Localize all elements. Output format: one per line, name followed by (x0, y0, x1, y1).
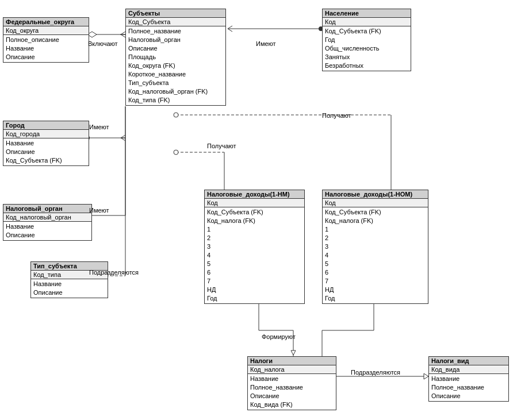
entity-header-naselenije: Население (323, 9, 411, 18)
entity-header-nalogi: Налоги (248, 357, 336, 365)
entity-fields-nalogoviy-organ: Название Описание (3, 222, 91, 240)
entity-fields-subiekty: Полное_название Налоговый_орган Описание… (126, 26, 225, 105)
entity-subiekty: Субъекты Код_Субъекта Полное_название На… (125, 9, 226, 106)
entity-fields-nalogovie-dohody-1nm: Код_Субъекта (FK) Код_налога (FK) 1 2 3 … (205, 207, 304, 303)
entity-fields-tip-subiekta: Название Описание (31, 279, 108, 298)
label-imeyut-gor: Имеют (89, 124, 109, 130)
label-podrazdelyayutsya-tip: Подразделяются (89, 269, 139, 276)
label-formiruyut: Формируют (262, 333, 296, 340)
entity-tip-subiekta: Тип_субъекта Код_типа Название Описание (30, 261, 108, 298)
entity-nalogovie-dohody-1nom: Налоговые_доходы(1-НОМ) Код Код_Субъекта… (322, 190, 428, 304)
entity-nalogovie-dohody-1nm: Налоговые_доходы(1-НМ) Код Код_Субъекта … (204, 190, 305, 304)
entity-fields-nalogi-vid: Название Полное_название Описание (429, 374, 508, 401)
entity-pk-nalogovie-dohody-1nm: Код (205, 199, 304, 207)
entity-federalnie-okruga: Федеральные_округа Код_округа Полное_опи… (3, 17, 89, 63)
label-vkluychayut: Включают (88, 40, 118, 47)
entity-pk-nalogi-vid: Код_вида (429, 365, 508, 374)
svg-line-2 (121, 32, 125, 34)
svg-line-7 (228, 29, 232, 32)
entity-pk-gorod: Код_города (3, 130, 89, 138)
svg-line-11 (121, 135, 125, 138)
entity-pk-nalogoviy-organ: Код_налоговый_орган (3, 213, 91, 222)
entity-pk-nalogi: Код_налога (248, 365, 336, 374)
label-podrazdelyayutsya-nal: Подразделяются (351, 369, 400, 376)
entity-gorod: Город Код_города Название Описание Код_С… (3, 121, 89, 166)
entity-header-nalogovie-dohody-1nm: Налоговые_доходы(1-НМ) (205, 190, 304, 199)
svg-marker-40 (424, 373, 428, 379)
entity-pk-nalogovie-dohody-1nom: Код (323, 199, 428, 207)
svg-marker-33 (291, 350, 296, 355)
entity-header-federalnie-okruga: Федеральные_округа (3, 18, 89, 26)
entity-nalogi: Налоги Код_налога Название Полное_назван… (247, 356, 336, 410)
entity-fields-naselenije: Код_Субъекта (FK) Год Общ_численность За… (323, 26, 411, 71)
svg-point-20 (174, 113, 178, 117)
entity-fields-nalogovie-dohody-1nom: Код_Субъекта (FK) Код_налога (FK) 1 2 3 … (323, 207, 428, 303)
label-poluchayut1: Получают (322, 112, 351, 119)
label-poluchayut2: Получают (207, 142, 236, 149)
entity-header-nalogoviy-organ: Налоговый_орган (3, 205, 91, 213)
entity-fields-nalogi: Название Полное_название Описание Код_ви… (248, 374, 336, 410)
entity-pk-subiekty: Код_Субъекта (126, 18, 225, 26)
diagram-container: Федеральные_округа Код_округа Полное_опи… (0, 0, 517, 420)
entity-header-subiekty: Субъекты (126, 9, 225, 18)
label-imeyut-nal: Имеют (89, 207, 109, 214)
entity-header-nalogovie-dohody-1nom: Налоговые_доходы(1-НОМ) (323, 190, 428, 199)
svg-line-12 (121, 138, 125, 141)
entity-naselenije: Население Код Код_Субъекта (FK) Год Общ_… (322, 9, 411, 71)
entity-header-nalogi-vid: Налоги_вид (429, 357, 508, 365)
svg-point-17 (174, 150, 178, 155)
entity-nalogoviy-organ: Налоговый_орган Код_налоговый_орган Назв… (3, 204, 92, 241)
entity-header-gorod: Город (3, 121, 89, 130)
entity-fields-federalnie-okruga: Полное_описание Название Описание (3, 35, 89, 62)
svg-line-6 (228, 26, 232, 29)
entity-pk-federalnie-okruga: Код_округа (3, 26, 89, 35)
entity-nalogi-vid: Налоги_вид Код_вида Название Полное_назв… (428, 356, 509, 402)
entity-pk-naselenije: Код (323, 18, 411, 26)
entity-fields-gorod: Название Описание Код_Субъекта (FK) (3, 138, 89, 165)
label-imeyut-nas: Имеют (256, 40, 276, 47)
svg-line-3 (121, 34, 125, 37)
